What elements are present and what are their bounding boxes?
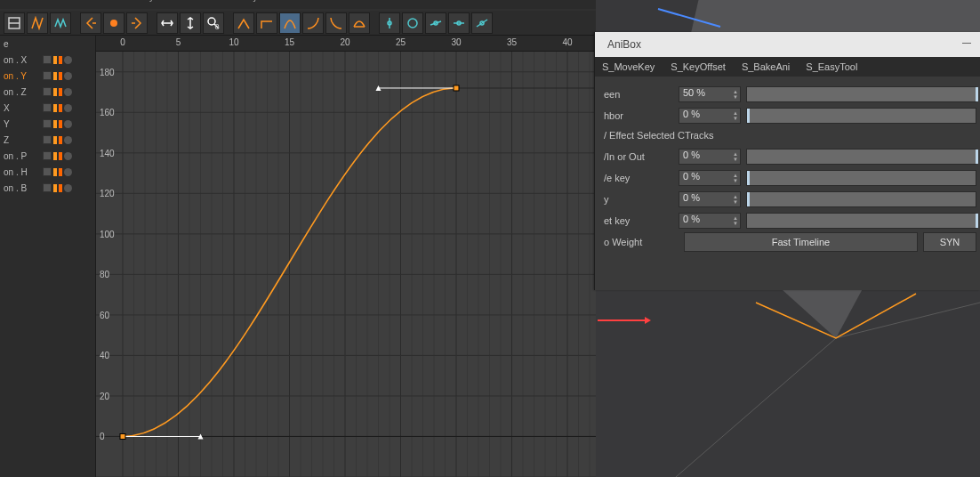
spinner-arrows-icon[interactable]: ▲▼ (733, 171, 738, 185)
spinner-arrows-icon[interactable]: ▲▼ (733, 109, 738, 123)
param-slider[interactable] (746, 213, 976, 229)
spinner-arrows-icon[interactable]: ▲▼ (733, 192, 738, 206)
prev-key-icon[interactable] (80, 12, 101, 34)
curve-view[interactable] (96, 52, 596, 477)
tab-s-keyoffset[interactable]: S_KeyOffset (671, 61, 726, 72)
track-label: X (4, 103, 37, 113)
mute-toggle-icon[interactable] (43, 119, 52, 128)
solo-toggle-icon[interactable] (64, 104, 72, 112)
param-spinner[interactable]: 0 %▲▼ (679, 149, 741, 165)
solo-toggle-icon[interactable] (64, 72, 72, 80)
spinner-arrows-icon[interactable]: ▲▼ (733, 150, 738, 164)
break-tangents-vert-icon[interactable] (379, 12, 400, 34)
track-row[interactable]: on . Y (0, 68, 95, 84)
solo-toggle-icon[interactable] (64, 88, 72, 96)
menu-item[interactable]: Bookmarks (293, 0, 337, 5)
solo-toggle-icon[interactable] (64, 184, 72, 192)
ruler-tick: 5 (176, 37, 181, 47)
sync-button[interactable]: SYN (923, 232, 976, 252)
param-slider[interactable] (746, 86, 976, 102)
dope-sheet-icon[interactable] (4, 12, 25, 34)
key-indicator-icon (53, 168, 57, 176)
weighted-tangents-icon[interactable] (448, 12, 470, 34)
step-tangent-icon[interactable] (256, 12, 277, 34)
mute-toggle-icon[interactable] (43, 103, 52, 112)
flat-tangent-icon[interactable] (349, 12, 370, 34)
track-label: Z (4, 135, 37, 145)
track-row[interactable]: Z (0, 132, 95, 148)
track-row[interactable]: on . B (0, 180, 95, 196)
spinner-arrows-icon[interactable]: ▲▼ (733, 214, 738, 228)
yaxis-tick: 160 (100, 108, 115, 117)
mute-toggle-icon[interactable] (43, 55, 52, 64)
solo-toggle-icon[interactable] (64, 152, 72, 160)
time-ruler[interactable]: 0510152025303540 (96, 36, 596, 52)
track-row[interactable]: X (0, 100, 95, 116)
track-row[interactable]: on . X (0, 52, 95, 68)
section-label: / Effect Selected CTracks (604, 130, 976, 141)
linear-tangent-icon[interactable] (233, 12, 254, 34)
key-indicator-icon (53, 136, 57, 144)
solo-toggle-icon[interactable] (64, 56, 72, 64)
auto-zero-icon[interactable]: 0 (203, 12, 224, 34)
minimize-icon[interactable] (962, 43, 971, 44)
lock-y-icon[interactable] (180, 12, 201, 34)
ease-out-icon[interactable] (325, 12, 347, 34)
record-key-icon[interactable] (103, 12, 125, 34)
param-slider[interactable] (746, 170, 976, 186)
mute-toggle-icon[interactable] (43, 183, 52, 192)
break-tangents-icon[interactable] (471, 12, 493, 34)
mute-toggle-icon[interactable] (43, 167, 52, 176)
mute-toggle-icon[interactable] (43, 71, 52, 80)
menu-item[interactable]: Functions (84, 0, 122, 5)
yaxis-tick: 60 (100, 310, 109, 319)
param-spinner[interactable]: 0 %▲▼ (679, 170, 741, 186)
keyframe[interactable] (120, 433, 125, 439)
mute-toggle-icon[interactable] (43, 135, 52, 144)
solo-toggle-icon[interactable] (64, 136, 72, 144)
param-slider[interactable] (746, 108, 976, 124)
menu-item[interactable]: Motion System (218, 0, 277, 5)
menu-item[interactable]: Key (139, 0, 154, 5)
ruler-tick: 35 (507, 37, 517, 47)
unify-tangents-icon[interactable] (425, 12, 446, 34)
param-spinner[interactable]: 0 %▲▼ (679, 213, 741, 229)
param-slider[interactable] (746, 191, 976, 207)
param-spinner[interactable]: 0 %▲▼ (679, 108, 741, 124)
keyframe[interactable] (454, 85, 459, 91)
tab-s-easytool[interactable]: S_EasyTool (806, 61, 857, 72)
mute-toggle-icon[interactable] (43, 151, 52, 160)
menu-item[interactable]: View (7, 0, 27, 5)
param-row: /In or Out0 %▲▼ (604, 146, 976, 167)
track-row[interactable]: on . P (0, 148, 95, 164)
tab-s-bakeani[interactable]: S_BakeAni (742, 61, 790, 72)
menu-item[interactable]: F-Curve (170, 0, 202, 5)
svg-point-12 (408, 19, 417, 28)
ruler-tick: 10 (229, 37, 238, 47)
ruler-tick: 0 (120, 37, 125, 47)
solo-toggle-icon[interactable] (64, 120, 72, 128)
solo-toggle-icon[interactable] (64, 168, 72, 176)
ease-in-icon[interactable] (302, 12, 324, 34)
fcurve-editor[interactable]: 0510152025303540 18016014012010080604020… (96, 36, 596, 477)
fast-timeline-button[interactable]: Fast Timeline (684, 232, 918, 252)
track-row[interactable]: on . H (0, 164, 95, 180)
param-spinner[interactable]: 50 %▲▼ (679, 86, 741, 102)
mute-toggle-icon[interactable] (43, 87, 52, 96)
auto-tangent-icon[interactable] (279, 12, 301, 34)
next-key-icon[interactable] (126, 12, 148, 34)
motion-icon[interactable] (50, 12, 71, 34)
track-row[interactable]: on . Z (0, 84, 95, 100)
lock-x-icon[interactable] (157, 12, 178, 34)
tab-s-movekey[interactable]: S_MoveKey (602, 61, 655, 72)
clamp-tangent-icon[interactable] (402, 12, 423, 34)
window-titlebar[interactable]: AniBox (595, 32, 980, 57)
menu-item[interactable]: Frame (43, 0, 68, 5)
param-slider[interactable] (746, 149, 976, 165)
track-label: on . X (4, 55, 37, 65)
param-spinner[interactable]: 0 %▲▼ (679, 191, 741, 207)
fcurve-icon[interactable] (27, 12, 48, 34)
spinner-arrows-icon[interactable]: ▲▼ (733, 87, 738, 101)
svg-point-3 (110, 20, 117, 27)
track-row[interactable]: Y (0, 116, 95, 132)
